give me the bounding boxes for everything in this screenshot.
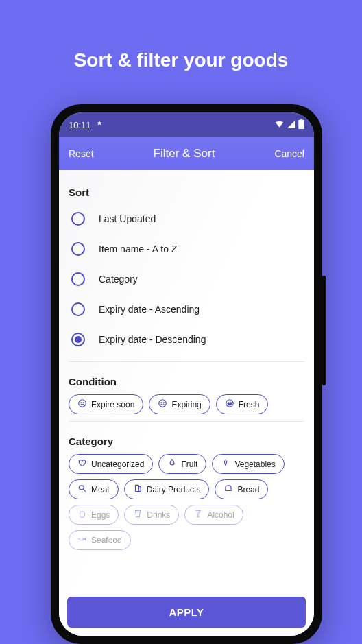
sort-item-last-updated[interactable]: Last Updated: [71, 204, 304, 234]
category-section-title: Category: [69, 436, 304, 447]
veg-icon: [221, 458, 230, 470]
chip-label: Eggs: [91, 510, 110, 520]
chip-drinks[interactable]: Drinks: [124, 505, 179, 525]
page-title: Sort & filter your goods: [0, 0, 362, 71]
status-bar: 10:11: [59, 112, 314, 137]
svg-rect-14: [135, 485, 138, 491]
phone-frame: 10:11 Reset Filter & Sort Cancel Sort La: [51, 104, 322, 644]
egg-icon: [77, 509, 87, 521]
status-time: 10:11: [69, 120, 91, 130]
alcohol-icon: [193, 509, 203, 521]
face-smile-icon: [158, 398, 167, 410]
svg-point-2: [79, 400, 86, 407]
heart-icon: [77, 458, 87, 470]
chip-label: Alcohol: [207, 510, 234, 520]
radio-icon: [71, 333, 85, 346]
chip-alcohol[interactable]: Alcohol: [184, 505, 243, 525]
radio-icon: [71, 212, 85, 226]
sort-item-expiry-asc[interactable]: Expiry date - Ascending: [71, 294, 304, 324]
wifi-icon: [274, 119, 285, 131]
sort-list: Last Updated Item name - A to Z Category…: [69, 204, 304, 355]
reset-button[interactable]: Reset: [69, 148, 94, 159]
chip-fruit[interactable]: Fruit: [158, 454, 206, 474]
category-chips: Uncategorized Fruit Vegetables Meat Dair…: [69, 454, 304, 499]
chip-uncategorized[interactable]: Uncategorized: [69, 454, 153, 474]
chip-bread[interactable]: Bread: [215, 479, 268, 499]
face-neutral-icon: [77, 398, 87, 410]
status-app-icon: [95, 120, 104, 130]
chip-fresh[interactable]: Fresh: [216, 394, 269, 414]
face-grin-icon: [225, 398, 234, 410]
chip-label: Seafood: [91, 536, 122, 545]
divider: [69, 421, 304, 422]
svg-point-8: [164, 403, 165, 403]
svg-point-10: [228, 403, 229, 403]
meat-icon: [77, 484, 87, 495]
chip-eggs[interactable]: Eggs: [69, 505, 119, 525]
svg-point-11: [230, 403, 231, 403]
sort-section-title: Sort: [69, 187, 304, 198]
condition-chips: Expire soon Expiring Fresh: [69, 394, 304, 414]
signal-icon: [287, 119, 296, 131]
header-title: Filter & Sort: [154, 147, 215, 160]
svg-point-16: [80, 512, 85, 518]
chip-vegetables[interactable]: Vegetables: [212, 454, 284, 474]
sort-item-name[interactable]: Item name - A to Z: [71, 234, 304, 264]
chip-label: Uncategorized: [91, 460, 144, 469]
radio-icon: [71, 272, 85, 286]
chip-label: Fruit: [181, 460, 197, 469]
chip-meat[interactable]: Meat: [69, 479, 119, 499]
sort-label: Expiry date - Descending: [99, 334, 206, 345]
apply-button[interactable]: APPLY: [67, 597, 306, 628]
svg-point-12: [79, 486, 84, 490]
radio-icon: [71, 302, 85, 316]
svg-rect-1: [300, 119, 302, 120]
chip-label: Vegetables: [234, 460, 275, 469]
chip-label: Dairy Products: [147, 485, 201, 494]
chip-label: Meat: [91, 485, 110, 494]
drink-icon: [133, 509, 143, 521]
chip-label: Fresh: [239, 400, 260, 409]
radio-icon: [71, 242, 85, 256]
fish-icon: [77, 534, 87, 546]
svg-point-4: [83, 403, 84, 403]
app-header: Reset Filter & Sort Cancel: [59, 137, 314, 170]
sort-label: Item name - A to Z: [99, 243, 177, 254]
sort-label: Expiry date - Ascending: [99, 304, 200, 315]
bread-icon: [224, 484, 233, 495]
svg-line-13: [83, 489, 86, 492]
chip-label: Expiring: [171, 400, 201, 409]
chip-label: Bread: [237, 485, 259, 494]
svg-point-6: [159, 400, 167, 407]
phone-button: [322, 317, 326, 385]
cancel-button[interactable]: Cancel: [274, 148, 304, 159]
chip-label: Drinks: [147, 510, 170, 520]
sort-item-category[interactable]: Category: [71, 264, 304, 294]
flame-icon: [167, 458, 177, 470]
dairy-icon: [133, 484, 143, 495]
sort-item-expiry-desc[interactable]: Expiry date - Descending: [71, 324, 304, 355]
svg-point-7: [161, 403, 162, 403]
sort-label: Category: [99, 274, 138, 285]
divider: [69, 361, 304, 362]
chip-label: Expire soon: [91, 400, 134, 409]
sort-label: Last Updated: [99, 213, 156, 224]
chip-expire-soon[interactable]: Expire soon: [69, 394, 143, 414]
chip-expiring[interactable]: Expiring: [149, 394, 210, 414]
chip-dairy[interactable]: Dairy Products: [124, 479, 210, 499]
category-chips-faded: Eggs Drinks Alcohol Seafood: [69, 505, 304, 550]
svg-rect-0: [298, 120, 304, 129]
condition-section-title: Condition: [69, 376, 304, 387]
svg-rect-15: [138, 487, 141, 492]
battery-icon: [298, 119, 304, 131]
chip-seafood[interactable]: Seafood: [69, 530, 131, 550]
svg-point-3: [81, 403, 82, 403]
